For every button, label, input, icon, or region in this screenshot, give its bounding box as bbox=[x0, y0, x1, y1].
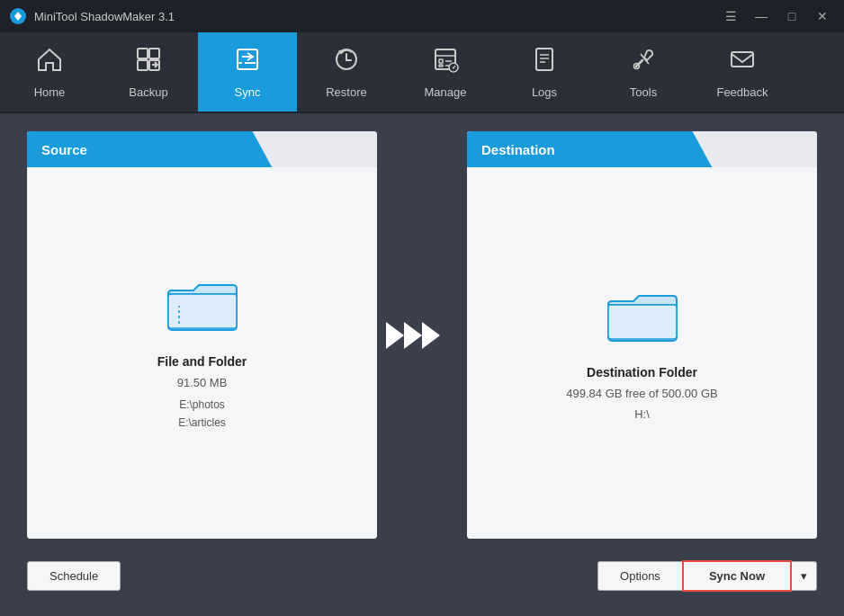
bottom-bar: Schedule Options Sync Now ▾ bbox=[27, 553, 817, 598]
nav-item-tools[interactable]: Tools bbox=[594, 32, 693, 112]
nav-item-home[interactable]: Home bbox=[0, 32, 99, 112]
home-icon bbox=[35, 45, 64, 78]
sync-dropdown-button[interactable]: ▾ bbox=[792, 561, 817, 591]
svg-rect-9 bbox=[439, 59, 443, 63]
destination-panel[interactable]: Destination Destination Folder 499.84 GB… bbox=[467, 131, 817, 539]
title-bar-controls: ☰ — □ ✕ bbox=[718, 6, 835, 26]
source-path-2: E:\articles bbox=[178, 415, 226, 432]
app-logo-icon bbox=[9, 7, 27, 25]
nav-label-tools: Tools bbox=[630, 85, 657, 99]
chevron-arrows-icon bbox=[382, 313, 462, 358]
app-title: MiniTool ShadowMaker 3.1 bbox=[34, 10, 175, 23]
destination-body: Destination Folder 499.84 GB free of 500… bbox=[467, 167, 817, 539]
source-header-wrapper: Source bbox=[27, 131, 377, 167]
options-button[interactable]: Options bbox=[597, 561, 682, 591]
source-size: 91.50 MB bbox=[177, 376, 228, 389]
svg-rect-14 bbox=[536, 49, 552, 70]
destination-title: Destination bbox=[481, 142, 555, 157]
destination-free: 499.84 GB free of 500.00 GB bbox=[566, 387, 717, 400]
sync-row: Source File and Folder 91.50 MB E:\ph bbox=[27, 131, 817, 539]
destination-path: H:\ bbox=[634, 407, 650, 421]
feedback-icon bbox=[728, 45, 757, 78]
nav-item-feedback[interactable]: Feedback bbox=[693, 32, 792, 112]
nav-label-manage: Manage bbox=[425, 85, 467, 99]
destination-header: Destination bbox=[467, 131, 712, 167]
destination-folder-icon bbox=[606, 285, 678, 347]
destination-header-wrapper: Destination bbox=[467, 131, 817, 167]
svg-marker-23 bbox=[386, 322, 404, 349]
nav-label-logs: Logs bbox=[532, 85, 557, 99]
menu-button[interactable]: ☰ bbox=[718, 6, 743, 26]
source-label: File and Folder bbox=[157, 354, 247, 369]
schedule-button[interactable]: Schedule bbox=[27, 561, 121, 591]
nav-item-logs[interactable]: Logs bbox=[495, 32, 594, 112]
svg-rect-28 bbox=[608, 305, 677, 339]
svg-rect-1 bbox=[138, 49, 148, 58]
svg-rect-2 bbox=[149, 49, 159, 58]
svg-rect-11 bbox=[439, 65, 443, 67]
minimize-button[interactable]: — bbox=[749, 6, 774, 26]
title-bar-left: MiniTool ShadowMaker 3.1 bbox=[9, 7, 175, 25]
close-button[interactable]: ✕ bbox=[810, 6, 835, 26]
logs-icon bbox=[530, 45, 559, 78]
svg-marker-25 bbox=[422, 322, 440, 349]
source-title: Source bbox=[41, 142, 87, 157]
nav-label-home: Home bbox=[34, 85, 66, 99]
svg-rect-19 bbox=[732, 52, 753, 67]
source-body: File and Folder 91.50 MB E:\photos E:\ar… bbox=[27, 167, 377, 539]
nav-item-sync[interactable]: Sync bbox=[198, 32, 297, 112]
sync-now-button[interactable]: Sync Now bbox=[682, 560, 792, 592]
source-folder-icon bbox=[166, 274, 238, 336]
sync-icon bbox=[233, 45, 262, 78]
backup-icon bbox=[134, 45, 163, 78]
source-panel[interactable]: Source File and Folder 91.50 MB E:\ph bbox=[27, 131, 377, 539]
source-paths: E:\photos E:\articles bbox=[178, 397, 226, 431]
main-content: Source File and Folder 91.50 MB E:\ph bbox=[0, 113, 844, 616]
restore-icon bbox=[332, 45, 361, 78]
tools-icon bbox=[629, 45, 658, 78]
nav-item-manage[interactable]: Manage bbox=[396, 32, 495, 112]
source-path-1: E:\photos bbox=[178, 397, 226, 414]
nav-item-backup[interactable]: Backup bbox=[99, 32, 198, 112]
source-header: Source bbox=[27, 131, 272, 167]
nav-label-backup: Backup bbox=[129, 85, 167, 99]
nav-label-sync: Sync bbox=[235, 85, 261, 99]
maximize-button[interactable]: □ bbox=[779, 6, 804, 26]
nav-label-feedback: Feedback bbox=[716, 85, 768, 99]
svg-rect-3 bbox=[138, 60, 148, 70]
nav-label-restore: Restore bbox=[326, 85, 367, 99]
title-bar: MiniTool ShadowMaker 3.1 ☰ — □ ✕ bbox=[0, 0, 844, 32]
nav-bar: Home Backup Sync bbox=[0, 32, 844, 113]
right-buttons: Options Sync Now ▾ bbox=[597, 560, 817, 592]
sync-arrow bbox=[377, 313, 467, 358]
manage-icon bbox=[431, 45, 460, 78]
svg-marker-24 bbox=[404, 322, 422, 349]
nav-item-restore[interactable]: Restore bbox=[297, 32, 396, 112]
destination-label: Destination Folder bbox=[587, 365, 697, 379]
